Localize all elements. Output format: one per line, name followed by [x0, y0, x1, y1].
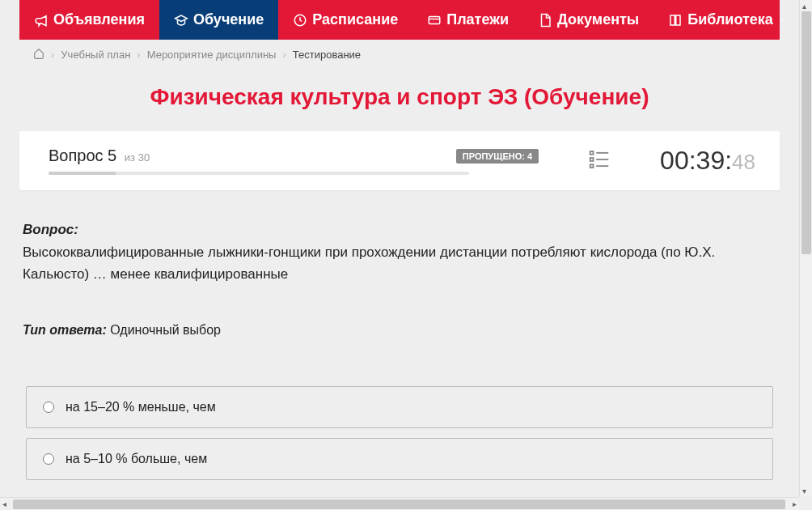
chevron-right-icon: ›: [137, 49, 140, 61]
page-title: Физическая культура и спорт ЭЗ (Обучение…: [7, 84, 792, 110]
option-item[interactable]: на 15–20 % меньше, чем: [26, 386, 773, 428]
svg-rect-2: [590, 151, 594, 155]
nav-announcements[interactable]: Объявления: [19, 0, 159, 40]
main-nav: Объявления Обучение Расписание Платежи: [19, 0, 780, 40]
breadcrumb-current: Тестирование: [293, 49, 361, 61]
nav-label: Платежи: [446, 11, 509, 28]
nav-label: Объявления: [53, 11, 145, 28]
nav-education[interactable]: Обучение: [159, 0, 278, 40]
scroll-down-arrow-icon[interactable]: ▾: [802, 487, 806, 495]
question-label: Вопрос:: [23, 219, 776, 240]
timer: 00:39:48: [660, 146, 755, 176]
megaphone-icon: [34, 13, 49, 28]
horizontal-scroll-thumb[interactable]: [13, 499, 785, 509]
svg-rect-3: [590, 158, 594, 161]
answer-type: Тип ответа: Одиночный выбор: [23, 321, 776, 341]
horizontal-scrollbar[interactable]: ◂ ▸: [0, 497, 799, 510]
nav-label: Библиотека: [687, 11, 773, 28]
nav-label: Расписание: [312, 11, 398, 28]
clock-icon: [293, 13, 307, 28]
option-label: на 15–20 % меньше, чем: [66, 400, 216, 414]
nav-library[interactable]: Библиотека: [653, 0, 799, 40]
svg-rect-1: [429, 16, 440, 23]
graduation-cap-icon: [174, 13, 188, 28]
option-radio[interactable]: [43, 453, 54, 465]
question-list-icon[interactable]: [587, 147, 611, 175]
svg-rect-4: [590, 164, 594, 168]
vertical-scrollbar[interactable]: ▴ ▾: [799, 0, 812, 497]
vertical-scroll-thumb[interactable]: [801, 11, 811, 254]
question-text: Высококвалифицированные лыжники-гонщики …: [23, 242, 776, 285]
question-block: Вопрос: Высококвалифицированные лыжники-…: [19, 219, 780, 341]
book-icon: [668, 13, 683, 28]
options-list: на 15–20 % меньше, чем на 5–10 % больше,…: [26, 386, 773, 480]
progress-bar: [49, 172, 469, 175]
credit-card-icon: [427, 13, 442, 28]
progress-fill: [49, 172, 116, 175]
question-number: Вопрос 5 из 30: [49, 147, 150, 165]
scroll-left-arrow-icon[interactable]: ◂: [2, 499, 6, 508]
skipped-badge: ПРОПУЩЕНО: 4: [456, 149, 539, 164]
breadcrumb-link[interactable]: Учебный план: [61, 49, 130, 61]
scroll-right-arrow-icon[interactable]: ▸: [793, 499, 797, 508]
nav-documents[interactable]: Документы: [523, 0, 653, 40]
home-icon[interactable]: [33, 48, 44, 62]
option-radio[interactable]: [43, 402, 54, 413]
progress-section: Вопрос 5 из 30 ПРОПУЩЕНО: 4: [49, 147, 539, 175]
nav-label: Документы: [557, 11, 639, 28]
option-label: на 5–10 % больше, чем: [66, 452, 207, 466]
scroll-up-arrow-icon[interactable]: ▴: [802, 2, 806, 11]
chevron-down-icon: [778, 15, 788, 25]
status-card: Вопрос 5 из 30 ПРОПУЩЕНО: 4: [19, 131, 780, 190]
chevron-right-icon: ›: [282, 49, 285, 61]
nav-payments[interactable]: Платежи: [412, 0, 523, 40]
nav-schedule[interactable]: Расписание: [278, 0, 412, 40]
chevron-right-icon: ›: [51, 49, 54, 61]
breadcrumb: › Учебный план › Мероприятие дисциплины …: [7, 40, 792, 70]
option-item[interactable]: на 5–10 % больше, чем: [26, 438, 773, 480]
breadcrumb-link[interactable]: Мероприятие дисциплины: [147, 49, 277, 61]
file-icon: [538, 13, 552, 28]
nav-label: Обучение: [193, 11, 264, 28]
